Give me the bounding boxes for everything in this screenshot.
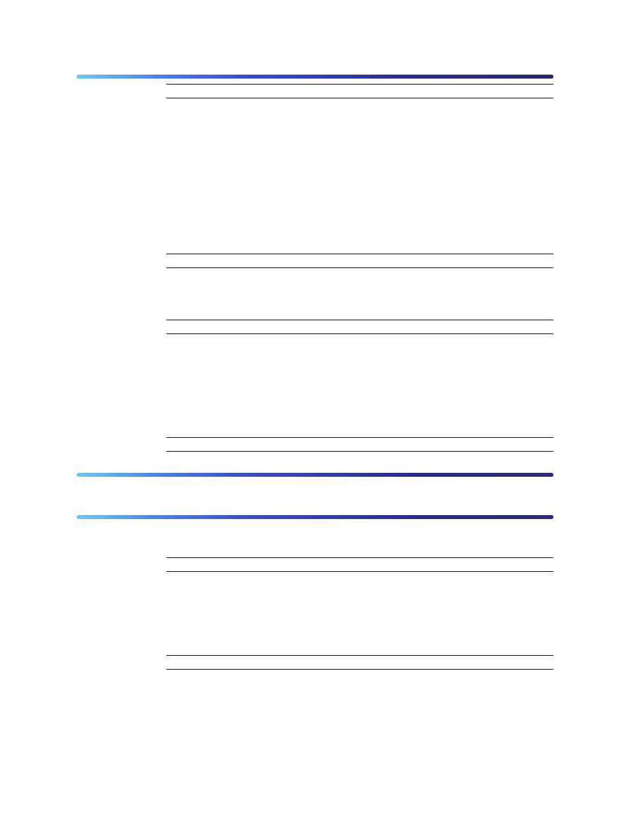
content-gap	[166, 572, 553, 655]
section-divider-bar	[77, 75, 553, 79]
text-box-space	[166, 438, 553, 451]
text-box-space	[166, 656, 553, 669]
document-page	[77, 75, 553, 670]
content-gap	[166, 98, 553, 254]
section-content	[166, 84, 553, 452]
text-box-space	[166, 320, 553, 333]
horizontal-rule	[166, 669, 553, 670]
section-content	[166, 524, 553, 670]
content-gap	[166, 524, 553, 557]
content-gap	[166, 334, 553, 437]
text-box-space	[166, 254, 553, 267]
content-gap	[166, 268, 553, 320]
section-divider-bar	[77, 473, 553, 477]
text-box-space	[166, 558, 553, 571]
section-trailing-gap	[77, 452, 553, 473]
text-box-space	[166, 85, 553, 98]
section-trailing-gap	[77, 482, 553, 515]
section-divider-bar	[77, 515, 553, 519]
